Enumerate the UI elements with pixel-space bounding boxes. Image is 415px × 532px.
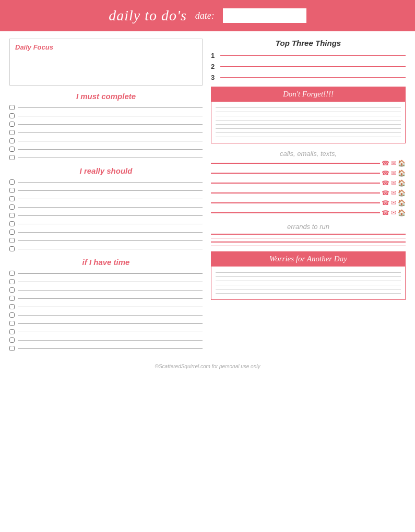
line [18, 124, 203, 125]
email-icon: ✉ [391, 199, 396, 207]
daily-focus-box: Daily Focus [9, 39, 203, 86]
checkbox[interactable] [9, 229, 15, 235]
email-icon: ✉ [391, 209, 396, 216]
errand-line [211, 238, 406, 239]
line [18, 116, 203, 116]
checkbox[interactable] [9, 346, 15, 351]
call-item: ☎ ✉ 🏠 [211, 170, 406, 177]
home-icon: 🏠 [398, 160, 406, 167]
list-item [9, 188, 203, 193]
line [18, 290, 203, 291]
list-item [9, 179, 203, 185]
checkbox[interactable] [9, 321, 15, 326]
df-line [216, 112, 401, 112]
date-input[interactable] [223, 8, 306, 23]
phone-icon: ☎ [382, 199, 389, 207]
number: 1 [211, 52, 217, 59]
df-line [216, 132, 401, 133]
header: daily to do's date: [0, 0, 415, 31]
checkbox[interactable] [9, 188, 15, 193]
call-line [211, 163, 380, 164]
checkbox[interactable] [9, 105, 15, 110]
list-item [9, 329, 203, 334]
checkbox[interactable] [9, 179, 15, 185]
line [18, 298, 203, 299]
must-complete-heading: I must complete [9, 92, 203, 101]
calls-label: calls, emails, texts, [211, 150, 406, 158]
numbered-line [220, 55, 406, 56]
call-line [211, 183, 380, 184]
df-line [216, 128, 401, 129]
left-column: Daily Focus I must complete I really sho… [9, 39, 203, 354]
checkbox[interactable] [9, 287, 15, 293]
email-icon: ✉ [391, 160, 396, 167]
worries-line [216, 281, 401, 281]
checkbox[interactable] [9, 196, 15, 201]
email-icon: ✉ [391, 189, 396, 197]
checkbox[interactable] [9, 304, 15, 309]
worries-line [216, 293, 401, 294]
df-line [216, 120, 401, 120]
checkbox[interactable] [9, 312, 15, 318]
df-line [216, 137, 401, 137]
worries-box [211, 267, 406, 300]
line [18, 323, 203, 324]
home-icon: 🏠 [398, 189, 406, 197]
checkbox[interactable] [9, 271, 15, 276]
checkbox[interactable] [9, 213, 15, 218]
list-item [9, 196, 203, 201]
line [18, 249, 203, 249]
daily-focus-label: Daily Focus [15, 43, 197, 51]
list-item [9, 147, 203, 152]
line [18, 224, 203, 224]
worries-line [216, 272, 401, 273]
footer: ©ScatteredSquirrel.com for personal use … [0, 359, 415, 371]
dont-forget-box [211, 102, 406, 143]
checkbox[interactable] [9, 113, 15, 118]
checkbox[interactable] [9, 221, 15, 226]
checkbox[interactable] [9, 279, 15, 284]
email-icon: ✉ [391, 179, 396, 187]
top-three-title: Top Three Things [211, 39, 406, 47]
right-column: Top Three Things 1 2 3 Don't Forget!!!! [211, 39, 406, 354]
checkbox[interactable] [9, 246, 15, 251]
list-item [9, 321, 203, 326]
page-title: daily to do's [109, 7, 187, 24]
checkbox[interactable] [9, 296, 15, 301]
line [18, 190, 203, 191]
checkbox[interactable] [9, 204, 15, 210]
line [18, 199, 203, 199]
list-item [9, 246, 203, 251]
line [18, 182, 203, 183]
number: 3 [211, 74, 217, 81]
list-item [9, 337, 203, 343]
checkbox[interactable] [9, 138, 15, 143]
list-item [9, 122, 203, 127]
phone-icon: ☎ [382, 179, 389, 187]
checkbox[interactable] [9, 337, 15, 343]
line [18, 332, 203, 332]
df-line [216, 107, 401, 108]
numbered-item: 2 [211, 63, 406, 70]
home-icon: 🏠 [398, 179, 406, 187]
if-have-time-list [9, 271, 203, 351]
checkbox[interactable] [9, 130, 15, 135]
call-item: ☎ ✉ 🏠 [211, 199, 406, 207]
checkbox[interactable] [9, 329, 15, 334]
call-line [211, 192, 380, 194]
calls-list: ☎ ✉ 🏠 ☎ ✉ 🏠 ☎ [211, 160, 406, 216]
dont-forget-header: Don't Forget!!!! [211, 87, 406, 102]
numbered-line [220, 66, 406, 67]
checkbox[interactable] [9, 147, 15, 152]
list-item [9, 304, 203, 309]
if-have-time-heading: if I have time [9, 258, 203, 267]
checkbox[interactable] [9, 122, 15, 127]
call-item: ☎ ✉ 🏠 [211, 209, 406, 216]
call-item: ☎ ✉ 🏠 [211, 189, 406, 197]
call-icons: ☎ ✉ 🏠 [382, 209, 406, 216]
line [18, 215, 203, 216]
checkbox[interactable] [9, 155, 15, 160]
checkbox[interactable] [9, 238, 15, 243]
list-item [9, 271, 203, 276]
email-icon: ✉ [391, 170, 396, 177]
